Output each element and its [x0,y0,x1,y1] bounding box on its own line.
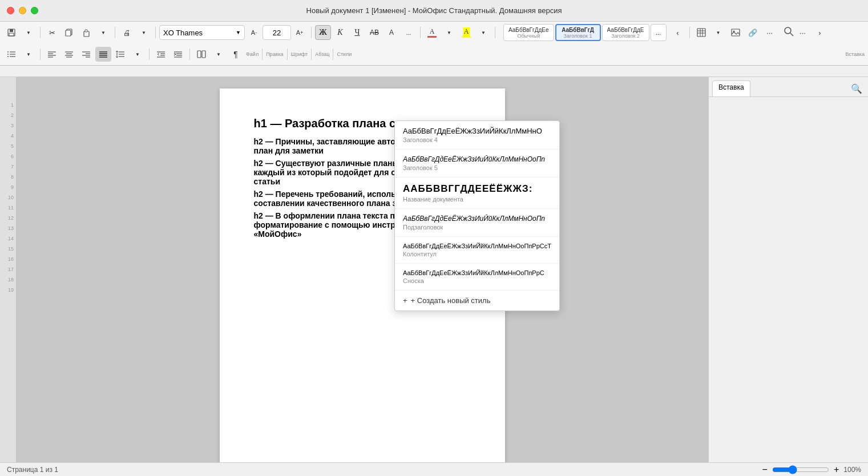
sep3 [155,27,156,38]
indent-decrease-button[interactable] [153,47,169,62]
insert-toolbar: ▼ 🔗 ··· [693,25,778,40]
svg-rect-2 [9,33,14,36]
sep-r3 [189,49,190,60]
line-spacing-dropdown[interactable]: ▼ [130,47,146,62]
sep2 [115,27,115,38]
sep-file [262,49,263,60]
styles-dropdown-item-header[interactable]: АаБбВвГгДдЕеЁЖжЗзИиЙйКкЛлМмНнОоПпРрСсТгУ… [395,237,559,264]
sep1 [40,27,41,38]
titlebar: Новый документ 1 [Изменен] - МойОфис Ста… [0,0,868,22]
toolbar-row-1: ▼ ✂ ▼ 🖨 ▼ XO Thames ▼ A- 22 A+ Ж [0,22,868,43]
window-title: Новый документ 1 [Изменен] - МойОфис Ста… [306,6,562,15]
line-num: 14 [8,233,14,244]
line-num: 6 [11,151,14,162]
styles-dropdown-item-h4[interactable]: АаБбВвГгДдЕеЁЖжЗзИиЙйКкЛлМмНнО Заголовок… [395,121,559,150]
paste-button[interactable] [78,25,94,40]
styles-dropdown[interactable]: АаБбВвГгДдЕеЁЖжЗзИиЙйКкЛлМмНнО Заголовок… [394,120,560,311]
svg-rect-50 [202,51,205,58]
right-search-icon[interactable]: 🔍 [849,80,865,96]
style-h2[interactable]: АаБбВвГгДдЕ Заголовок 2 [602,24,649,41]
styles-more-button[interactable]: ... [651,24,667,41]
sep-para [333,49,333,60]
line-num: 19 [8,285,14,295]
style-h1[interactable]: АаБбВвГгД Заголовок 1 [555,24,601,41]
right-panel-content [709,97,868,476]
font-color-button[interactable]: А [424,25,440,40]
insert-more-button[interactable]: ··· [762,25,778,40]
para-marks-button[interactable]: ¶ [228,47,244,62]
styles-dropdown-new-style[interactable]: + + Создать новый стиль [395,291,559,310]
sep4 [311,27,312,38]
line-num: 2 [11,110,14,120]
font-size-input[interactable]: 22 [263,25,291,40]
right-panel-tabs: Вставка 🔍 [709,77,868,97]
insert-tab[interactable]: Вставка [712,80,750,96]
cut-button[interactable]: ✂ [44,25,60,40]
maximize-button[interactable] [31,7,38,14]
more-font-button[interactable]: ... [401,25,417,40]
insert-section-label: Вставка [846,51,865,57]
highlight-dropdown[interactable]: ▼ [475,25,491,40]
styles-dropdown-item-title[interactable]: ААББВВГГДДЕЕЁЁЖЖЗ: Название документа [395,178,559,209]
line-num: 7 [11,162,14,172]
save-button[interactable] [3,25,19,40]
search-icon[interactable] [784,26,794,39]
copy-button[interactable] [61,25,77,40]
print-button[interactable]: 🖨 [119,25,135,40]
align-center-button[interactable] [61,47,77,62]
line-num: 8 [11,172,14,182]
line-spacing-button[interactable] [112,47,128,62]
print-dropdown[interactable]: ▼ [136,25,152,40]
align-justify-button[interactable] [95,47,111,62]
table-dropdown[interactable]: ▼ [710,25,726,40]
styles-dropdown-item-subtitle[interactable]: АаБбВвГгДдЕеЁЖжЗзИиЙйКкЛлМмНнОоПп Подзаг… [395,209,559,237]
paste-dropdown[interactable]: ▼ [95,25,111,40]
underline-button[interactable]: Ч [349,25,365,40]
italic-button[interactable]: К [332,25,348,40]
font-size-increase[interactable]: A+ [292,25,308,40]
font-size-decrease[interactable]: A- [246,25,262,40]
indent-increase-button[interactable] [170,47,186,62]
collapse-right-button[interactable]: › [812,25,828,40]
font-selector[interactable]: XO Thames ▼ [159,25,245,40]
align-left-button[interactable] [44,47,60,62]
zoom-plus-button[interactable]: + [834,465,839,475]
table-insert-button[interactable] [693,25,709,40]
style-normal[interactable]: АаБбВвГгДдЕе Обычный [503,24,554,41]
line-num: 3 [11,120,14,131]
highlight-button[interactable]: А [458,25,474,40]
toolbar-collapse-button[interactable]: ‹ [670,25,686,40]
more-insert-button[interactable]: ··· [795,25,811,40]
status-bar: Страница 1 из 1 − + 100% [0,462,868,476]
font-color-dropdown[interactable]: ▼ [441,25,457,40]
list-button[interactable] [3,47,19,62]
svg-rect-4 [66,30,71,36]
zoom-minus-button[interactable]: − [762,465,768,475]
columns-button[interactable] [193,47,209,62]
svg-rect-6 [85,30,87,32]
line-num: 9 [11,182,14,192]
document-area[interactable]: h1 — Разработка плана статьи h2 — Причин… [16,77,708,476]
close-button[interactable] [7,7,14,14]
file-section-label: Файл [246,51,259,57]
link-insert-button[interactable]: 🔗 [745,25,761,40]
font-dropdown-icon: ▼ [236,30,241,35]
para-section-label: Абзац [315,51,329,57]
sep6 [495,27,495,38]
line-num: 11 [8,203,14,213]
image-insert-button[interactable] [728,25,744,40]
sep5 [420,27,421,38]
list-dropdown[interactable]: ▼ [21,47,37,62]
bold-button[interactable]: Ж [315,25,331,40]
styles-dropdown-item-footnote[interactable]: АаБбВвГгДдЕеЁЖжЗзИиЙйКкЛлМмНнОоПпРрС Сно… [395,264,559,291]
align-right-button[interactable] [78,47,94,62]
styles-dropdown-item-h5[interactable]: АаБбВвГгДдЕеЁЖжЗзИиЙйКкЛлМмНнОоПп Заголо… [395,150,559,178]
minimize-button[interactable] [19,7,26,14]
zoom-level: 100% [843,466,861,474]
strikethrough-button[interactable]: АВ [366,25,382,40]
save-dropdown[interactable]: ▼ [21,25,37,40]
toolbar: ▼ ✂ ▼ 🖨 ▼ XO Thames ▼ A- 22 A+ Ж [0,22,868,66]
columns-dropdown[interactable]: ▼ [211,47,227,62]
subscript-button[interactable]: А [383,25,399,40]
zoom-slider[interactable] [772,465,829,474]
